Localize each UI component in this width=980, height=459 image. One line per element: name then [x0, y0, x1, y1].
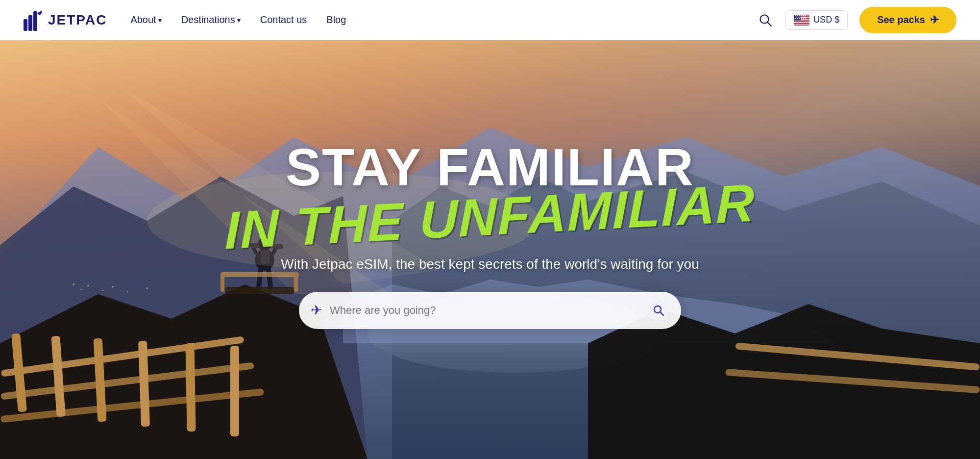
- svg-line-41: [661, 312, 664, 315]
- nav-search-button[interactable]: [757, 12, 774, 28]
- currency-label: USD $: [813, 15, 839, 25]
- svg-text:★★★★★★: ★★★★★★: [795, 18, 807, 20]
- hero-subtitle: With Jetpac eSIM, the best kept secrets …: [281, 256, 699, 272]
- search-plane-icon: ✈: [311, 302, 322, 318]
- destination-search-input[interactable]: [330, 304, 640, 317]
- svg-rect-52: [794, 22, 809, 23]
- svg-rect-53: [794, 24, 809, 25]
- about-chevron-icon: ▾: [158, 16, 162, 24]
- hero-section: STAY FAMILIAR IN THE UNFAMILIAR With Jet…: [0, 0, 980, 459]
- us-flag-icon: ★★★★★★ ★★★★★ ★★★★★★: [794, 15, 809, 26]
- see-packs-button[interactable]: See packs ✈: [859, 7, 956, 33]
- search-submit-button[interactable]: [648, 300, 669, 321]
- nav-destinations[interactable]: Destinations ▾: [181, 14, 241, 26]
- currency-selector[interactable]: ★★★★★★ ★★★★★ ★★★★★★ USD $: [785, 10, 848, 30]
- see-packs-label: See packs: [877, 14, 925, 26]
- logo-text: JETPAC: [48, 12, 107, 28]
- svg-rect-51: [794, 20, 809, 21]
- search-bar: ✈: [299, 292, 681, 329]
- logo-icon: [24, 9, 43, 31]
- navbar: JETPAC About ▾ Destinations ▾ Contact us…: [0, 0, 980, 40]
- nav-about[interactable]: About ▾: [130, 14, 161, 26]
- nav-actions: ★★★★★★ ★★★★★ ★★★★★★ USD $ See packs ✈: [757, 7, 956, 33]
- destinations-chevron-icon: ▾: [237, 16, 241, 24]
- svg-rect-42: [24, 19, 27, 31]
- search-magnify-icon: [648, 300, 669, 321]
- logo[interactable]: JETPAC: [24, 9, 107, 31]
- svg-line-46: [768, 22, 772, 26]
- nav-blog[interactable]: Blog: [326, 14, 346, 26]
- svg-rect-44: [33, 11, 37, 31]
- see-packs-plane-icon: ✈: [930, 14, 939, 26]
- nav-search-icon: [759, 14, 772, 26]
- hero-content: STAY FAMILIAR IN THE UNFAMILIAR With Jet…: [0, 40, 980, 459]
- nav-contact[interactable]: Contact us: [260, 14, 307, 26]
- nav-links: About ▾ Destinations ▾ Contact us Blog: [130, 14, 757, 26]
- svg-rect-43: [28, 15, 32, 31]
